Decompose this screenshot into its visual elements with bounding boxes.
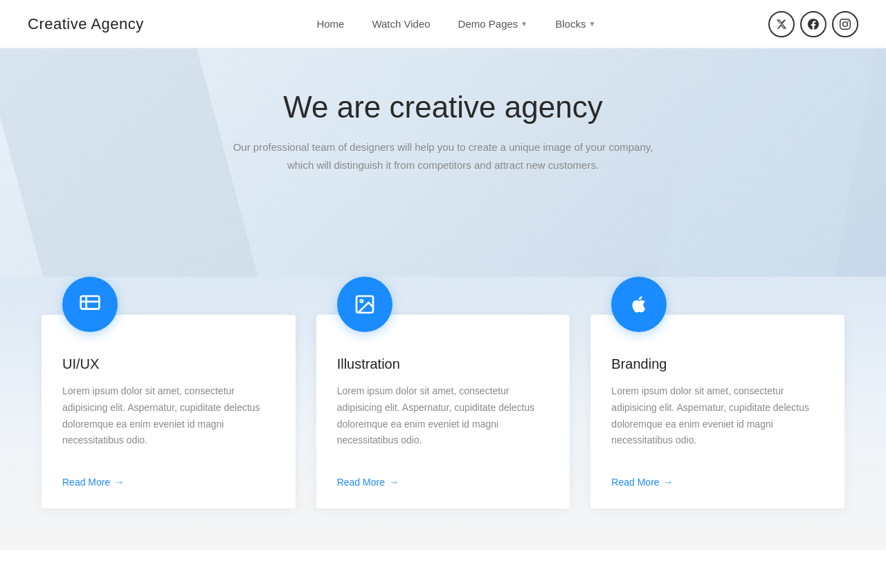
hero-subtitle: Our professional team of designers will … (222, 138, 664, 174)
uiux-icon-circle (62, 277, 118, 332)
site-logo[interactable]: Creative Agency (28, 15, 144, 33)
nav-blocks[interactable]: Blocks ▼ (555, 18, 595, 30)
layout-icon (79, 293, 101, 315)
card-uiux-body: UI/UX Lorem ipsum dolor sit amet, consec… (42, 315, 296, 508)
hero-title: We are creative agency (283, 90, 602, 125)
card-illustration-text: Lorem ipsum dolor sit amet, consectetur … (337, 383, 550, 463)
card-uiux-title: UI/UX (62, 356, 275, 372)
svg-point-4 (360, 300, 363, 302)
card-branding-read-more[interactable]: Read More → (611, 477, 824, 488)
card-uiux: UI/UX Lorem ipsum dolor sit amet, consec… (42, 277, 296, 508)
branding-icon-circle (611, 277, 667, 332)
card-branding-title: Branding (611, 356, 824, 372)
apple-icon (629, 295, 649, 314)
card-uiux-read-more[interactable]: Read More → (62, 477, 275, 488)
card-uiux-text: Lorem ipsum dolor sit amet, consectetur … (62, 383, 275, 463)
cards-section: UI/UX Lorem ipsum dolor sit amet, consec… (0, 277, 886, 550)
card-branding-body: Branding Lorem ipsum dolor sit amet, con… (590, 315, 844, 508)
cards-wrapper: UI/UX Lorem ipsum dolor sit amet, consec… (42, 277, 844, 508)
card-branding: Branding Lorem ipsum dolor sit amet, con… (590, 277, 844, 508)
chevron-down-icon: ▼ (521, 20, 527, 28)
nav-demo-pages-label: Demo Pages (458, 18, 518, 30)
nav-links: Home Watch Video Demo Pages ▼ Blocks ▼ (316, 18, 595, 30)
about-section: About Us Lorem ipsum dolor sit amet, con… (0, 550, 886, 588)
nav-blocks-label: Blocks (555, 18, 586, 30)
twitter-icon[interactable] (768, 11, 795, 37)
arrow-right-icon: → (114, 477, 124, 488)
arrow-right-icon: → (664, 477, 673, 488)
chevron-down-icon: ▼ (588, 20, 595, 28)
card-illustration-body: Illustration Lorem ipsum dolor sit amet,… (316, 315, 570, 508)
arrow-right-icon: → (389, 477, 399, 488)
card-illustration-read-more[interactable]: Read More → (337, 477, 550, 488)
social-links (768, 11, 858, 37)
card-branding-text: Lorem ipsum dolor sit amet, consectetur … (611, 383, 824, 463)
card-illustration: Illustration Lorem ipsum dolor sit amet,… (316, 277, 570, 508)
nav-watch-video[interactable]: Watch Video (372, 18, 430, 30)
facebook-icon[interactable] (800, 11, 826, 37)
navbar: Creative Agency Home Watch Video Demo Pa… (0, 0, 886, 48)
card-illustration-title: Illustration (337, 356, 550, 372)
nav-demo-pages[interactable]: Demo Pages ▼ (458, 18, 528, 30)
instagram-icon[interactable] (832, 11, 858, 37)
hero-section: We are creative agency Our professional … (0, 48, 886, 277)
illustration-icon-circle (337, 277, 392, 332)
nav-home[interactable]: Home (316, 18, 344, 30)
image-icon (354, 293, 376, 315)
